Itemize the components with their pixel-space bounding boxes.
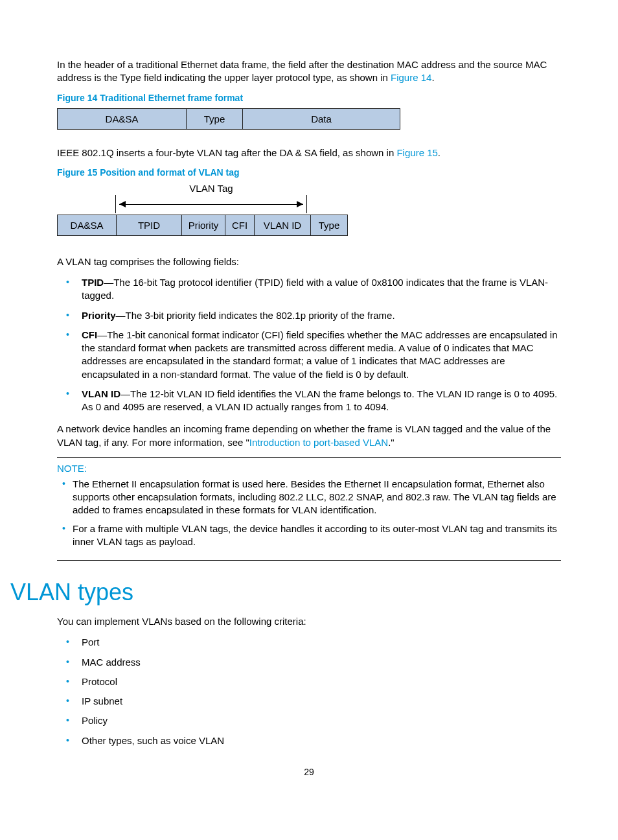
fig14-cell-data: Data — [243, 108, 400, 130]
desc: —The 12-bit VLAN ID field identifies the… — [82, 388, 557, 412]
handling-paragraph: A network device handles an incoming fra… — [57, 423, 561, 449]
field-priority: Priority—The 3-bit priority field indica… — [57, 309, 561, 322]
text: In the header of a traditional Ethernet … — [57, 59, 547, 83]
term: CFI — [82, 329, 97, 340]
term: TPID — [82, 277, 104, 288]
desc: —The 16-bit Tag protocol identifier (TPI… — [82, 277, 548, 301]
fig14-cell-dasa: DA&SA — [57, 108, 187, 130]
fig15-cell-dasa: DA&SA — [57, 215, 117, 236]
note-item: The Ethernet II encapsulation format is … — [57, 478, 561, 517]
figure14-caption: Figure 14 Traditional Ethernet frame for… — [57, 93, 561, 103]
fig15-cell-vlanid: VLAN ID — [255, 215, 311, 236]
fig14-cell-type: Type — [187, 108, 243, 130]
figure15-link[interactable]: Figure 15 — [396, 147, 437, 158]
fields-list: TPID—The 16-bit Tag protocol identifier … — [57, 276, 561, 414]
vlan-tag-label: VLAN Tag — [115, 183, 307, 194]
page-content: In the header of a traditional Ethernet … — [0, 0, 618, 803]
term: VLAN ID — [82, 388, 120, 399]
type-item: Other types, such as voice VLAN — [57, 734, 561, 747]
type-item: MAC address — [57, 656, 561, 669]
intro-paragraph-2: IEEE 802.1Q inserts a four-byte VLAN tag… — [57, 146, 561, 159]
desc: —The 3-bit priority field indicates the … — [116, 310, 395, 321]
type-item: Port — [57, 636, 561, 649]
text: . — [431, 72, 434, 83]
type-item: IP subnet — [57, 695, 561, 708]
fields-intro: A VLAN tag comprises the following field… — [57, 255, 561, 268]
text: ." — [388, 437, 395, 448]
vlan-tag-arrow — [115, 195, 307, 215]
figure15-diagram: VLAN Tag DA&SA TPID Priority CFI VLAN ID… — [57, 183, 561, 236]
figure14-diagram: DA&SA Type Data — [57, 108, 561, 130]
term: Priority — [82, 310, 116, 321]
fig15-cell-cfi: CFI — [225, 215, 255, 236]
type-item: Policy — [57, 714, 561, 727]
types-intro: You can implement VLANs based on the fol… — [57, 615, 561, 628]
note-box: NOTE: The Ethernet II encapsulation form… — [57, 457, 561, 561]
fig15-cell-priority: Priority — [182, 215, 225, 236]
field-cfi: CFI—The 1-bit canonical format indicator… — [57, 329, 561, 381]
note-item: For a frame with multiple VLAN tags, the… — [57, 522, 561, 549]
fig15-cell-tpid: TPID — [117, 215, 182, 236]
types-list: Port MAC address Protocol IP subnet Poli… — [57, 636, 561, 747]
vlan-types-heading: VLAN types — [10, 579, 561, 606]
note-list: The Ethernet II encapsulation format is … — [57, 478, 561, 548]
figure15-caption: Figure 15 Position and format of VLAN ta… — [57, 167, 561, 178]
figure14-link[interactable]: Figure 14 — [391, 72, 431, 83]
text: IEEE 802.1Q inserts a four-byte VLAN tag… — [57, 147, 396, 158]
field-tpid: TPID—The 16-bit Tag protocol identifier … — [57, 276, 561, 303]
type-item: Protocol — [57, 675, 561, 688]
page-number: 29 — [57, 767, 561, 777]
desc: —The 1-bit canonical format indicator (C… — [82, 329, 558, 380]
intro-paragraph-1: In the header of a traditional Ethernet … — [57, 58, 561, 85]
port-based-vlan-link[interactable]: Introduction to port-based VLAN — [249, 437, 388, 448]
field-vlanid: VLAN ID—The 12-bit VLAN ID field identif… — [57, 388, 561, 414]
fig15-cell-type: Type — [311, 215, 348, 236]
note-label: NOTE: — [57, 463, 561, 474]
text: . — [438, 147, 441, 158]
